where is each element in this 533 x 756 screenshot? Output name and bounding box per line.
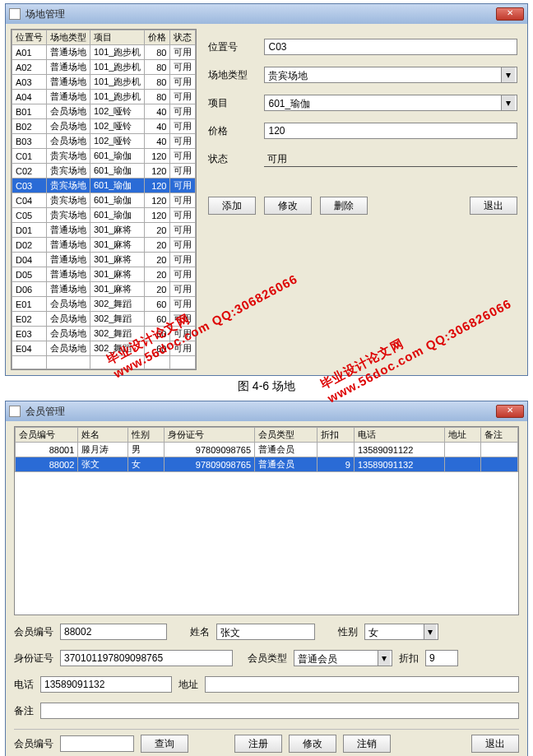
member-id-input[interactable]: 88002 bbox=[60, 624, 167, 640]
table-row[interactable]: D06普通场地301_麻将20可用 bbox=[12, 282, 196, 297]
col-header[interactable]: 位置号 bbox=[12, 30, 47, 45]
disc-input[interactable]: 9 bbox=[425, 650, 458, 666]
proj-select[interactable]: 601_瑜伽 bbox=[264, 95, 517, 111]
unregister-button[interactable]: 注销 bbox=[343, 735, 391, 753]
name-input[interactable]: 张文 bbox=[216, 624, 315, 640]
table-row[interactable]: A04普通场地101_跑步机80可用 bbox=[12, 90, 196, 104]
venue-grid[interactable]: 位置号场地类型项目价格状态A01普通场地101_跑步机80可用A02普通场地10… bbox=[11, 29, 197, 370]
window-member: 会员管理 ✕ 会员编号姓名性别身份证号会员类型折扣电话地址备注88001滕月涛男… bbox=[5, 401, 528, 756]
price-input[interactable]: 120 bbox=[264, 123, 517, 139]
label-type: 场地类型 bbox=[208, 68, 254, 82]
sex-select[interactable]: 女 bbox=[364, 624, 438, 640]
exit-button[interactable]: 退出 bbox=[471, 735, 519, 753]
col-header[interactable]: 场地类型 bbox=[47, 30, 90, 45]
addr-input[interactable] bbox=[205, 676, 519, 693]
status-display: 可用 bbox=[264, 151, 517, 167]
table-row[interactable]: A01普通场地101_跑步机80可用 bbox=[12, 45, 196, 60]
type-select[interactable]: 贵宾场地 bbox=[264, 67, 517, 83]
table-row[interactable] bbox=[12, 356, 196, 369]
label-price: 价格 bbox=[208, 124, 254, 138]
query-id-input[interactable] bbox=[60, 735, 134, 752]
table-row[interactable]: B01会员场地102_哑铃40可用 bbox=[12, 104, 196, 119]
label-proj: 项目 bbox=[208, 96, 254, 110]
table-row[interactable]: 88002张文女97809098765普通会员913589091132 bbox=[16, 457, 518, 472]
member-grid[interactable]: 会员编号姓名性别身份证号会员类型折扣电话地址备注88001滕月涛男9780909… bbox=[14, 426, 519, 615]
delete-button[interactable]: 删除 bbox=[320, 197, 368, 215]
table-row[interactable]: A02普通场地101_跑步机80可用 bbox=[12, 60, 196, 75]
col-header[interactable]: 价格 bbox=[145, 30, 170, 45]
modify-button[interactable]: 修改 bbox=[264, 197, 312, 215]
table-row[interactable]: E02会员场地302_舞蹈60可用 bbox=[12, 312, 196, 327]
col-header[interactable]: 地址 bbox=[444, 428, 481, 443]
label-addr: 地址 bbox=[178, 678, 198, 692]
table-row[interactable]: E01会员场地302_舞蹈60可用 bbox=[12, 297, 196, 312]
mtype-select[interactable]: 普通会员 bbox=[294, 650, 392, 666]
label-note: 备注 bbox=[14, 704, 34, 718]
label-status: 状态 bbox=[208, 152, 254, 166]
titlebar[interactable]: 会员管理 ✕ bbox=[6, 401, 527, 421]
label-tel: 电话 bbox=[14, 678, 34, 692]
app-icon bbox=[9, 8, 21, 20]
col-header[interactable]: 会员类型 bbox=[255, 428, 317, 443]
pos-input[interactable]: C03 bbox=[264, 39, 517, 55]
label-sex: 性别 bbox=[338, 625, 358, 639]
table-row[interactable]: C03贵宾场地601_瑜伽120可用 bbox=[12, 179, 196, 193]
col-header[interactable]: 状态 bbox=[170, 30, 196, 45]
table-row[interactable]: D05普通场地301_麻将20可用 bbox=[12, 267, 196, 282]
label-disc: 折扣 bbox=[399, 652, 419, 666]
idcard-input[interactable]: 370101197809098765 bbox=[60, 650, 233, 666]
app-icon bbox=[9, 406, 21, 417]
table-row[interactable]: 88001滕月涛男97809098765普通会员13589091122 bbox=[16, 443, 518, 457]
table-row[interactable]: C01贵宾场地601_瑜伽120可用 bbox=[12, 149, 196, 164]
form-panel: 位置号C03 场地类型贵宾场地 项目601_瑜伽 价格120 状态可用 添加 修… bbox=[203, 29, 522, 370]
window-venue: 场地管理 ✕ 位置号场地类型项目价格状态A01普通场地101_跑步机80可用A0… bbox=[5, 3, 528, 376]
add-button[interactable]: 添加 bbox=[208, 197, 256, 215]
label-name: 姓名 bbox=[190, 625, 210, 639]
table-row[interactable]: C05贵宾场地601_瑜伽120可用 bbox=[12, 208, 196, 223]
col-header[interactable]: 身份证号 bbox=[165, 428, 255, 443]
col-header[interactable]: 性别 bbox=[127, 428, 165, 443]
table-row[interactable]: D02普通场地301_麻将20可用 bbox=[12, 238, 196, 253]
col-header[interactable]: 电话 bbox=[354, 428, 444, 443]
label-mtype: 会员类型 bbox=[248, 652, 287, 666]
modify-button[interactable]: 修改 bbox=[289, 735, 336, 753]
query-button[interactable]: 查询 bbox=[141, 735, 188, 753]
register-button[interactable]: 注册 bbox=[234, 735, 282, 753]
table-row[interactable]: B02会员场地102_哑铃40可用 bbox=[12, 119, 196, 134]
figure-caption-1: 图 4-6 场地 bbox=[0, 379, 533, 394]
tel-input[interactable]: 13589091132 bbox=[40, 676, 172, 693]
col-header[interactable]: 会员编号 bbox=[16, 428, 78, 443]
close-icon[interactable]: ✕ bbox=[496, 7, 524, 21]
close-icon[interactable]: ✕ bbox=[496, 405, 524, 418]
table-row[interactable]: E04会员场地302_舞蹈60可用 bbox=[12, 341, 196, 356]
exit-button[interactable]: 退出 bbox=[470, 197, 517, 215]
label-idcard: 身份证号 bbox=[14, 652, 53, 666]
note-input[interactable] bbox=[40, 703, 519, 719]
window-title: 场地管理 bbox=[25, 7, 496, 21]
col-header[interactable]: 备注 bbox=[481, 428, 518, 443]
table-row[interactable]: A03普通场地101_跑步机80可用 bbox=[12, 75, 196, 90]
table-row[interactable]: B03会员场地102_哑铃40可用 bbox=[12, 134, 196, 149]
table-row[interactable]: D04普通场地301_麻将20可用 bbox=[12, 253, 196, 267]
col-header[interactable]: 姓名 bbox=[78, 428, 127, 443]
table-row[interactable]: E03会员场地302_舞蹈60可用 bbox=[12, 327, 196, 341]
col-header[interactable]: 项目 bbox=[90, 30, 145, 45]
table-row[interactable]: D01普通场地301_麻将20可用 bbox=[12, 223, 196, 238]
table-row[interactable]: C02贵宾场地601_瑜伽120可用 bbox=[12, 164, 196, 179]
label-query-id: 会员编号 bbox=[14, 737, 53, 751]
col-header[interactable]: 折扣 bbox=[317, 428, 355, 443]
label-pos: 位置号 bbox=[208, 40, 254, 54]
table-row[interactable]: C04贵宾场地601_瑜伽120可用 bbox=[12, 193, 196, 208]
titlebar[interactable]: 场地管理 ✕ bbox=[6, 4, 527, 24]
label-member-id: 会员编号 bbox=[14, 625, 53, 639]
window-title: 会员管理 bbox=[25, 405, 496, 419]
